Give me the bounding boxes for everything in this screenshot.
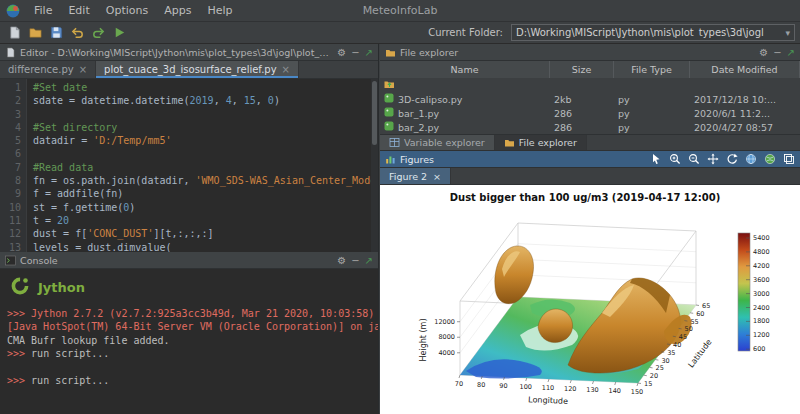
table-row[interactable]: bar_1.py286py2020/6/1 11:2... — [380, 106, 800, 120]
column-header-size[interactable]: Size — [550, 61, 614, 78]
code-line[interactable]: datadir = 'D:/Temp/mm5' — [33, 134, 378, 147]
tab-file-explorer[interactable]: File explorer — [495, 135, 587, 150]
globe-green-icon[interactable] — [763, 153, 776, 166]
file-explorer-title: File explorer — [400, 47, 755, 58]
settings-icon[interactable]: ⚙ — [759, 47, 768, 58]
column-header-name[interactable]: Name — [380, 61, 550, 78]
globe-icon[interactable] — [744, 153, 757, 166]
tab-label: Figure 2 — [389, 171, 427, 182]
x-tick-label: 130 — [586, 386, 598, 394]
minimize-icon[interactable]: − — [351, 47, 359, 58]
code-line[interactable]: f = addfile(fn) — [33, 187, 378, 200]
code-line[interactable]: t = 20 — [33, 214, 378, 227]
code-segment: 2019 — [190, 95, 214, 106]
float-icon[interactable]: ↗ — [365, 47, 373, 58]
float-icon[interactable]: ↗ — [787, 47, 795, 58]
file-size-cell — [550, 78, 614, 92]
code-line[interactable]: sdate = datetime.datetime(2019, 4, 15, 0… — [33, 94, 378, 107]
code-line[interactable]: fn = os.path.join(datadir, 'WMO_SDS-WAS_… — [33, 174, 378, 187]
code-line[interactable]: st = f.gettime(0) — [33, 201, 378, 214]
menu-apps[interactable]: Apps — [156, 2, 199, 19]
console-output[interactable]: Jython >>> Jython 2.7.2 (v2.7.2:925a3cc3… — [0, 269, 378, 414]
code-line[interactable]: dust = f['CONC_DUST'][t,:,:,:] — [33, 227, 378, 240]
undo-icon[interactable] — [68, 24, 86, 42]
zoom-out-icon[interactable] — [687, 153, 700, 166]
run-icon[interactable] — [110, 24, 128, 42]
redo-icon[interactable] — [89, 24, 107, 42]
code-line[interactable]: levels = dust.dimvalue( — [33, 241, 378, 252]
float-icon[interactable]: ↗ — [365, 255, 373, 266]
y-tick-label: 55 — [690, 318, 698, 326]
code-segment: 20 — [57, 215, 69, 226]
tick-mark — [459, 375, 460, 378]
y-tick-label: 20 — [650, 372, 658, 380]
code-segment: f = addfile(fn) — [33, 188, 123, 199]
code-editor[interactable]: 12345678910111213 #Set datesdate = datet… — [0, 79, 378, 252]
file-date-cell: 2020/4/27 08:57 — [690, 120, 800, 134]
editor-scrollbar[interactable] — [371, 79, 378, 252]
tab-plot-cuace-3d-isosurface-relief-py[interactable]: plot_cuace_3d_isosurface_relief.py × — [96, 61, 299, 78]
tab-difference-py[interactable]: difference.py × — [0, 61, 96, 78]
editor-panel-header: Editor - D:\Working\MIScript\Jython\mis\… — [0, 44, 378, 61]
menu-options[interactable]: Options — [98, 2, 156, 19]
line-number: 3 — [0, 108, 21, 121]
close-tab-icon[interactable]: × — [79, 64, 87, 75]
tab-variable-explorer[interactable]: Variable explorer — [380, 135, 495, 150]
minimize-icon[interactable]: − — [351, 255, 359, 266]
table-row[interactable] — [380, 78, 800, 92]
colorbar-tick-label: 600 — [753, 345, 765, 353]
file-type-cell: py — [614, 92, 690, 106]
tick-mark — [696, 305, 699, 306]
settings-icon[interactable]: ⚙ — [337, 255, 346, 266]
zoom-in-icon[interactable] — [668, 153, 681, 166]
code-segment: ][t,:,:,:] — [153, 228, 213, 239]
tab-figure-2[interactable]: Figure 2 × — [380, 168, 451, 184]
file-type-cell — [614, 78, 690, 92]
rotate-icon[interactable] — [725, 153, 738, 166]
tick-mark — [655, 360, 658, 361]
line-number: 13 — [0, 241, 21, 252]
code-line[interactable] — [33, 147, 378, 160]
menu-help[interactable]: Help — [199, 2, 240, 19]
file-name-cell: bar_2.py — [380, 120, 550, 134]
code-line[interactable]: #Set directory — [33, 121, 378, 134]
code-line[interactable] — [33, 108, 378, 121]
y-tick-label: 45 — [679, 333, 687, 341]
y-tick-label: 25 — [656, 364, 664, 372]
code-line[interactable]: #Set date — [33, 81, 378, 94]
current-folder-combobox[interactable]: D:\Working\MIScript\Jython\mis\plot_type… — [511, 24, 795, 41]
explorer-tab-bar: Variable explorer File explorer — [380, 134, 800, 151]
column-header-date-modified[interactable]: Date Modified — [690, 61, 800, 78]
figure-tab-bar: Figure 2 × — [380, 168, 800, 185]
code-line[interactable]: #Read data — [33, 161, 378, 174]
left-column: Editor - D:\Working\MIScript\Jython\mis\… — [0, 44, 379, 414]
pan-icon[interactable] — [706, 153, 719, 166]
save-icon[interactable] — [47, 24, 65, 42]
folder-icon — [504, 137, 515, 148]
cursor-icon[interactable] — [649, 153, 662, 166]
colorbar-tick-label: 2400 — [753, 304, 770, 312]
file-explorer-header: File explorer ⚙ − ↗ — [380, 44, 800, 61]
close-tab-icon[interactable]: × — [282, 64, 290, 75]
scrollbar-thumb[interactable] — [372, 81, 377, 145]
layers-icon[interactable] — [782, 153, 795, 166]
minimize-icon[interactable]: − — [773, 47, 781, 58]
tick-mark — [644, 375, 647, 376]
menu-edit[interactable]: Edit — [60, 2, 97, 19]
x-tick-label: 120 — [564, 385, 576, 393]
column-header-file-type[interactable]: File Type — [614, 61, 690, 78]
open-folder-icon[interactable] — [26, 24, 44, 42]
close-tab-icon[interactable]: × — [433, 171, 441, 182]
figure-canvas[interactable]: Dust bigger than 100 ug/m3 (2019-04-17 1… — [380, 185, 800, 414]
table-row[interactable]: bar_2.py286py2020/4/27 08:57 — [380, 120, 800, 134]
console-segment: >>> — [7, 348, 31, 359]
code-content[interactable]: #Set datesdate = datetime.datetime(2019,… — [27, 79, 378, 252]
code-segment: sdate = datetime.datetime( — [33, 95, 190, 106]
combo-dropdown-icon[interactable]: ▾ — [781, 28, 790, 38]
settings-icon[interactable]: ⚙ — [337, 47, 346, 58]
new-file-icon[interactable] — [5, 24, 23, 42]
table-row[interactable]: 3D-calipso.py2kbpy2017/12/18 10:... — [380, 92, 800, 106]
menu-file[interactable]: File — [26, 2, 60, 19]
line-number: 1 — [0, 81, 21, 94]
code-segment: t = — [33, 215, 57, 226]
